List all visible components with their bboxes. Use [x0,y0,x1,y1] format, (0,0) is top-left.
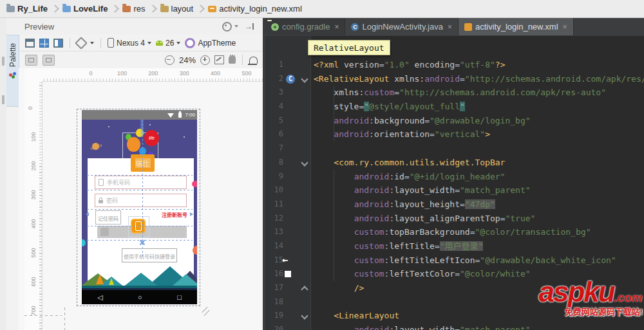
code-line[interactable]: 15← custom:leftTitleLeftIcon="@drawable/… [265,253,644,268]
token: "@+id/login_header" [410,172,506,181]
xml-file-icon [464,23,472,31]
close-icon[interactable]: × [448,23,452,32]
remember-password-checkbox[interactable]: 记住密码 [95,210,121,225]
fit-screen-icon[interactable] [214,55,224,64]
ruler-number: 300 [30,190,37,199]
device-chooser[interactable]: Nexus 4 [108,38,151,48]
tab-config.gradle[interactable]: config.gradle× [265,18,345,35]
close-icon[interactable]: × [334,23,339,32]
blueprint-mode-icon[interactable] [39,39,49,48]
preview-header: Preview → [6,18,263,35]
ruler-number: 200 [30,161,37,170]
star-dot [108,126,109,127]
device-label: Nexus 4 [117,39,145,48]
token: = [455,60,460,69]
orientation-icon[interactable] [75,37,88,50]
zoom-out-icon[interactable] [165,55,175,65]
line-number: 7 [265,142,283,156]
code-line[interactable]: 6 android:orientation="vertical"> [265,127,644,142]
code-line[interactable]: 12 android:layout_alignParentTop="true" [265,212,644,226]
gradle-file-icon [271,23,279,31]
code-line[interactable]: 10 android:layout_width="match_parent" [265,183,644,197]
pan-hand-icon[interactable] [229,56,236,64]
code-text: custom:topBarBackground="@color/transact… [314,225,591,239]
xml-file-icon [208,6,216,12]
code-line[interactable]: 13 custom:topBarBackground="@color/trans… [265,225,644,239]
phone-number-field[interactable]: 手机号码 [95,176,187,189]
token: android [354,214,390,223]
preview-toolbar-modes: Nexus 4 26 AppTheme [19,35,263,51]
code-line[interactable]: 2<RelativeLayout xmlns:android="http://s… [265,72,644,86]
back-icon[interactable]: ◁ [97,294,102,301]
theme-chooser[interactable]: AppTheme [185,38,236,48]
code-line[interactable]: 11 android:layout_height="47dp" [265,197,644,212]
code-line[interactable]: 8 <com.ry.common.utils.widget.TopBar [265,156,644,170]
token: "match_parent" [460,325,531,330]
code-text: android:background="@drawable/login_bg" [314,114,531,128]
quick-login-text-box[interactable]: 使用手机号码快捷登录 [122,248,177,262]
close-icon[interactable]: × [563,23,567,32]
recents-icon[interactable]: □ [177,294,182,301]
palette-tab[interactable]: Palette [6,35,19,107]
token [314,227,354,237]
guide-dash [24,315,62,316]
class-gutter-icon[interactable] [286,75,295,84]
tool-window-stripe-button[interactable] [2,57,5,66]
token: topBarBackground [389,227,469,237]
tool-window-stripe-button[interactable] [2,95,5,104]
breadcrumb-item-layout[interactable]: layout [158,4,196,14]
token: <com.ry.common.utils.widget.TopBar [334,158,505,167]
token: "@drawable/login_bg" [430,116,531,125]
token: "@color/transaction_bg" [475,227,591,237]
token [314,214,354,223]
code-text: android:orientation="vertical"> [314,127,490,142]
code-line[interactable]: 9 android:id="@+id/login_header" [265,170,644,184]
breadcrumb-item-ry_life[interactable]: Ry_Life [4,4,50,14]
line-number: 20 [265,323,283,330]
token: "用户登录" [440,241,484,251]
home-icon[interactable]: ○ [138,294,142,301]
fold-down-icon[interactable] [301,75,308,82]
api-chooser[interactable]: 26 [156,39,180,48]
password-field[interactable]: 密码 [95,194,187,207]
hide-panel-icon[interactable]: → [245,22,254,31]
token: android [424,74,460,84]
breadcrumb-item-activity_login_new.xml[interactable]: activity_login_new.xml [205,4,305,14]
phone-preview[interactable]: 7:00 life 瑞仕 手机号码 [82,110,197,304]
code-line[interactable]: 1<?xml version="1.0" encoding="utf-8"?> [265,58,644,72]
teal-dot [82,239,86,246]
orange-dot [193,246,197,255]
code-line[interactable]: 3 xmlns:custom="http://schemas.android.c… [265,86,644,100]
zoom-in-icon[interactable] [200,55,210,65]
breadcrumb-item-res[interactable]: res [120,4,147,14]
code-line[interactable]: 20 android:layout_width="match_parent" [265,323,644,330]
layout-editor-mode-icon[interactable] [25,39,35,48]
register-link[interactable]: 注册新账号 [162,211,187,218]
code-text: android:id="@+id/login_header" [314,170,505,184]
status-bar: 7:00 [82,110,197,120]
zoom-to-fit-button[interactable] [25,55,37,66]
code-line[interactable]: 7 [265,142,644,156]
code-text: android:layout_width="match_parent" [314,183,531,197]
token: " [460,102,465,111]
breadcrumb-item-lovelife[interactable]: LoveLife [60,4,110,14]
back-arrow-gutter-icon: ← [282,253,288,268]
token: "1.0" [384,60,415,69]
gear-icon[interactable] [222,22,232,32]
code-line[interactable]: 14 custom:leftTitle="用户登录" [265,239,644,253]
zoom-actual-button[interactable] [43,55,55,66]
resize-handle-icon[interactable] [201,307,209,315]
login-screen[interactable]: life 瑞仕 手机号码 密码 记住密码 注册新账号 [82,120,197,304]
tab-LoginNewActivity.java[interactable]: LoginNewActivity.java× [345,18,459,35]
code-line[interactable]: 5 android:background="@drawable/login_bg… [265,114,644,128]
split-mode-icon[interactable] [53,39,63,48]
token: layout_width [394,325,455,330]
fold-down-icon[interactable] [301,313,308,320]
api-label: 26 [166,39,174,48]
tab-activity_login_new.xml[interactable]: activity_login_new.xml× [459,18,574,35]
fold-end-icon[interactable] [301,286,308,293]
fold-down-icon[interactable] [301,159,308,166]
notifications-bell-icon[interactable] [249,57,258,64]
code-line[interactable]: 4 style="@style/layout_full" [265,100,644,114]
token: custom [354,255,384,265]
